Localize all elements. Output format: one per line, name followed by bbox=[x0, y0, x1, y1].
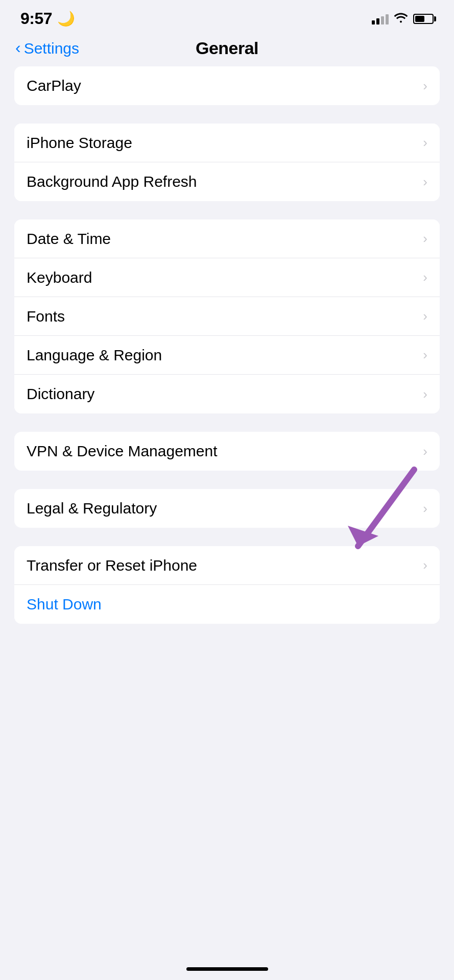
date-time-label: Date & Time bbox=[27, 230, 111, 248]
back-chevron-icon: ‹ bbox=[15, 38, 21, 57]
chevron-right-icon: › bbox=[423, 174, 427, 190]
vpn-label: VPN & Device Management bbox=[27, 443, 218, 460]
battery-icon bbox=[413, 14, 434, 24]
settings-row-vpn[interactable]: VPN & Device Management › bbox=[14, 432, 440, 471]
nav-bar: ‹ Settings General bbox=[0, 33, 454, 66]
settings-row-language-region[interactable]: Language & Region › bbox=[14, 336, 440, 375]
group-carplay: CarPlay › bbox=[14, 66, 440, 105]
group-transfer-shutdown-wrapper: Transfer or Reset iPhone › Shut Down bbox=[14, 546, 440, 624]
settings-row-carplay[interactable]: CarPlay › bbox=[14, 66, 440, 105]
transfer-reset-label: Transfer or Reset iPhone bbox=[27, 557, 197, 574]
settings-row-date-time[interactable]: Date & Time › bbox=[14, 219, 440, 258]
chevron-right-icon: › bbox=[423, 444, 427, 459]
chevron-right-icon: › bbox=[423, 501, 427, 517]
settings-row-legal[interactable]: Legal & Regulatory › bbox=[14, 489, 440, 528]
back-label: Settings bbox=[24, 40, 79, 57]
wifi-icon bbox=[394, 12, 408, 26]
group-datetime: Date & Time › Keyboard › Fonts › Languag… bbox=[14, 219, 440, 413]
group-storage: iPhone Storage › Background App Refresh … bbox=[14, 124, 440, 201]
chevron-right-icon: › bbox=[423, 270, 427, 285]
chevron-right-icon: › bbox=[423, 386, 427, 402]
group-vpn: VPN & Device Management › bbox=[14, 432, 440, 471]
signal-icon bbox=[372, 13, 389, 24]
chevron-right-icon: › bbox=[423, 135, 427, 151]
chevron-right-icon: › bbox=[423, 231, 427, 247]
group-transfer-shutdown: Transfer or Reset iPhone › Shut Down bbox=[14, 546, 440, 624]
svg-marker-1 bbox=[348, 526, 378, 546]
group-legal: Legal & Regulatory › bbox=[14, 489, 440, 528]
dictionary-label: Dictionary bbox=[27, 385, 94, 403]
settings-content: CarPlay › iPhone Storage › Background Ap… bbox=[0, 66, 454, 624]
settings-row-dictionary[interactable]: Dictionary › bbox=[14, 375, 440, 413]
moon-icon: 🌙 bbox=[57, 10, 75, 27]
settings-row-background-app-refresh[interactable]: Background App Refresh › bbox=[14, 162, 440, 201]
iphone-storage-label: iPhone Storage bbox=[27, 134, 132, 152]
chevron-right-icon: › bbox=[423, 308, 427, 324]
legal-label: Legal & Regulatory bbox=[27, 500, 157, 517]
status-icons bbox=[372, 12, 434, 26]
fonts-label: Fonts bbox=[27, 308, 65, 325]
settings-row-fonts[interactable]: Fonts › bbox=[14, 297, 440, 336]
settings-row-shut-down[interactable]: Shut Down bbox=[14, 585, 440, 624]
back-button[interactable]: ‹ Settings bbox=[15, 39, 79, 57]
carplay-label: CarPlay bbox=[27, 77, 81, 94]
page-title: General bbox=[196, 38, 258, 58]
status-time: 9:57 bbox=[20, 9, 52, 28]
keyboard-label: Keyboard bbox=[27, 269, 92, 286]
background-app-refresh-label: Background App Refresh bbox=[27, 173, 197, 190]
language-region-label: Language & Region bbox=[27, 347, 162, 364]
settings-row-transfer-reset[interactable]: Transfer or Reset iPhone › bbox=[14, 546, 440, 585]
home-indicator bbox=[186, 967, 268, 971]
chevron-right-icon: › bbox=[423, 557, 427, 573]
settings-row-keyboard[interactable]: Keyboard › bbox=[14, 258, 440, 297]
chevron-right-icon: › bbox=[423, 78, 427, 94]
shut-down-label: Shut Down bbox=[27, 596, 102, 613]
chevron-right-icon: › bbox=[423, 347, 427, 363]
status-bar: 9:57 🌙 bbox=[0, 0, 454, 33]
settings-row-iphone-storage[interactable]: iPhone Storage › bbox=[14, 124, 440, 162]
